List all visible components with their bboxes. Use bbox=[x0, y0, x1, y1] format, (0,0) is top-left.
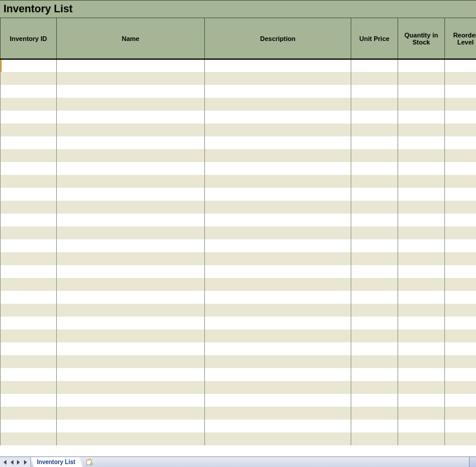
cell[interactable] bbox=[57, 226, 205, 239]
next-sheet-icon[interactable] bbox=[15, 458, 22, 466]
cell[interactable] bbox=[351, 59, 398, 72]
cell[interactable] bbox=[1, 252, 57, 265]
cell[interactable] bbox=[57, 278, 205, 291]
cell[interactable] bbox=[351, 201, 398, 214]
cell[interactable] bbox=[205, 252, 351, 265]
table-row[interactable] bbox=[1, 188, 477, 201]
horizontal-scroll-stub[interactable] bbox=[469, 457, 476, 467]
first-sheet-icon[interactable] bbox=[1, 458, 8, 466]
cell[interactable] bbox=[205, 304, 351, 317]
cell[interactable] bbox=[398, 265, 445, 278]
cell[interactable] bbox=[445, 291, 477, 304]
col-header-quantity-in-stock[interactable]: Quantity in Stock bbox=[398, 18, 445, 59]
cell[interactable] bbox=[1, 149, 57, 162]
table-row[interactable] bbox=[1, 394, 477, 407]
cell[interactable] bbox=[205, 136, 351, 149]
cell[interactable] bbox=[398, 291, 445, 304]
cell[interactable] bbox=[351, 368, 398, 381]
cell[interactable] bbox=[445, 175, 477, 188]
cell[interactable] bbox=[205, 432, 351, 445]
cell[interactable] bbox=[57, 201, 205, 214]
cell[interactable] bbox=[398, 123, 445, 136]
cell[interactable] bbox=[57, 394, 205, 407]
cell[interactable] bbox=[57, 162, 205, 175]
cell[interactable] bbox=[57, 265, 205, 278]
cell[interactable] bbox=[445, 278, 477, 291]
table-row[interactable] bbox=[1, 136, 477, 149]
cell[interactable] bbox=[1, 111, 57, 123]
table-row[interactable] bbox=[1, 239, 477, 252]
cell[interactable] bbox=[445, 162, 477, 175]
cell[interactable] bbox=[351, 162, 398, 175]
cell[interactable] bbox=[445, 226, 477, 239]
table-row[interactable] bbox=[1, 329, 477, 342]
cell[interactable] bbox=[57, 85, 205, 98]
cell[interactable] bbox=[1, 162, 57, 175]
cell[interactable] bbox=[445, 239, 477, 252]
cell[interactable] bbox=[398, 278, 445, 291]
cell[interactable] bbox=[1, 214, 57, 226]
table-row[interactable] bbox=[1, 201, 477, 214]
sheet-tab-active[interactable]: Inventory List bbox=[30, 457, 83, 467]
cell[interactable] bbox=[398, 175, 445, 188]
cell[interactable] bbox=[1, 265, 57, 278]
cell[interactable] bbox=[1, 98, 57, 111]
cell[interactable] bbox=[1, 188, 57, 201]
cell[interactable] bbox=[205, 278, 351, 291]
table-row[interactable] bbox=[1, 214, 477, 226]
cell[interactable] bbox=[445, 188, 477, 201]
table-row[interactable] bbox=[1, 381, 477, 394]
cell[interactable] bbox=[398, 85, 445, 98]
cell[interactable] bbox=[351, 381, 398, 394]
table-row[interactable] bbox=[1, 291, 477, 304]
cell[interactable] bbox=[351, 265, 398, 278]
cell[interactable] bbox=[445, 111, 477, 123]
cell[interactable] bbox=[57, 304, 205, 317]
table-row[interactable] bbox=[1, 278, 477, 291]
cell[interactable] bbox=[57, 329, 205, 342]
cell[interactable] bbox=[351, 123, 398, 136]
table-row[interactable] bbox=[1, 265, 477, 278]
cell[interactable] bbox=[351, 342, 398, 355]
cell[interactable] bbox=[205, 123, 351, 136]
cell[interactable] bbox=[1, 407, 57, 420]
cell[interactable] bbox=[57, 355, 205, 368]
cell[interactable] bbox=[445, 72, 477, 85]
cell[interactable] bbox=[57, 291, 205, 304]
cell[interactable] bbox=[398, 188, 445, 201]
cell[interactable] bbox=[205, 239, 351, 252]
cell[interactable] bbox=[351, 278, 398, 291]
table-row[interactable] bbox=[1, 59, 477, 72]
cell[interactable] bbox=[1, 342, 57, 355]
cell[interactable] bbox=[1, 239, 57, 252]
cell[interactable] bbox=[205, 355, 351, 368]
cell[interactable] bbox=[398, 111, 445, 123]
cell[interactable] bbox=[205, 368, 351, 381]
table-row[interactable] bbox=[1, 123, 477, 136]
cell[interactable] bbox=[445, 59, 477, 72]
cell[interactable] bbox=[445, 329, 477, 342]
cell[interactable] bbox=[57, 342, 205, 355]
cell[interactable] bbox=[445, 432, 477, 445]
cell[interactable] bbox=[205, 175, 351, 188]
cell[interactable] bbox=[1, 136, 57, 149]
table-row[interactable] bbox=[1, 162, 477, 175]
cell[interactable] bbox=[57, 59, 205, 72]
cell[interactable] bbox=[1, 394, 57, 407]
cell[interactable] bbox=[57, 111, 205, 123]
cell[interactable] bbox=[351, 304, 398, 317]
cell[interactable] bbox=[57, 432, 205, 445]
cell[interactable] bbox=[351, 355, 398, 368]
cell[interactable] bbox=[1, 291, 57, 304]
cell[interactable] bbox=[205, 394, 351, 407]
table-row[interactable] bbox=[1, 252, 477, 265]
cell[interactable] bbox=[398, 394, 445, 407]
cell[interactable] bbox=[445, 368, 477, 381]
cell[interactable] bbox=[398, 136, 445, 149]
table-row[interactable] bbox=[1, 175, 477, 188]
cell[interactable] bbox=[351, 136, 398, 149]
cell[interactable] bbox=[351, 72, 398, 85]
cell[interactable] bbox=[57, 175, 205, 188]
cell[interactable] bbox=[398, 201, 445, 214]
cell[interactable] bbox=[398, 59, 445, 72]
